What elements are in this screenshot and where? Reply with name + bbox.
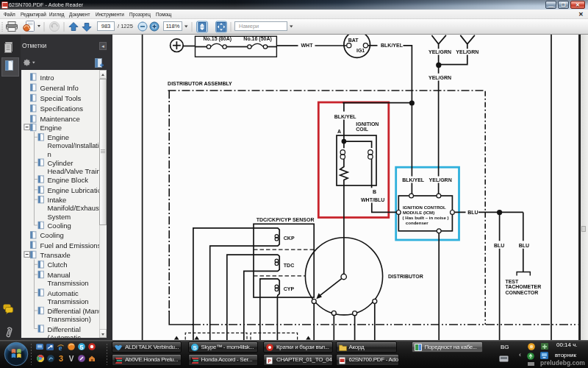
svg-text:YEL/GRN: YEL/GRN bbox=[429, 177, 452, 183]
svg-text:DISTRIBUTOR: DISTRIBUTOR bbox=[388, 274, 423, 279]
svg-text:No.15 (80A): No.15 (80A) bbox=[204, 36, 232, 42]
svg-text:COIL: COIL bbox=[356, 127, 368, 132]
svg-text:IGNITION: IGNITION bbox=[356, 121, 379, 127]
svg-text:YEL/GRN: YEL/GRN bbox=[429, 75, 451, 80]
svg-text:IG1: IG1 bbox=[356, 48, 365, 53]
svg-text:TEST: TEST bbox=[505, 279, 519, 284]
svg-text:CONNECTOR: CONNECTOR bbox=[505, 290, 538, 295]
svg-text:BLK/YEL: BLK/YEL bbox=[402, 177, 425, 183]
svg-text:YEL/GRN: YEL/GRN bbox=[429, 49, 451, 54]
svg-text:B: B bbox=[373, 189, 376, 194]
svg-text:CYP: CYP bbox=[284, 286, 295, 291]
svg-text:BLU: BLU bbox=[467, 210, 478, 215]
svg-text:3: 3 bbox=[59, 354, 63, 363]
svg-text:TDC: TDC bbox=[284, 263, 294, 268]
svg-text:BLU: BLU bbox=[494, 243, 504, 248]
svg-text:WHT/BLU: WHT/BLU bbox=[361, 197, 384, 202]
svg-text:5: 5 bbox=[79, 344, 83, 351]
svg-text:TACHOMETER: TACHOMETER bbox=[505, 284, 541, 289]
svg-text:TDC/CKP/CYP SENSOR: TDC/CKP/CYP SENSOR bbox=[257, 217, 315, 222]
svg-text:condenser: condenser bbox=[406, 220, 429, 225]
svg-text:DISTRIBUTOR ASSEMBLY: DISTRIBUTOR ASSEMBLY bbox=[168, 81, 232, 86]
svg-text:YEL/GRN: YEL/GRN bbox=[456, 49, 478, 54]
svg-text:A: A bbox=[337, 129, 341, 134]
svg-text:WHT: WHT bbox=[301, 43, 314, 48]
svg-text:BLU: BLU bbox=[519, 243, 529, 248]
svg-text:e: e bbox=[59, 343, 62, 352]
svg-text:BAT: BAT bbox=[348, 38, 359, 43]
svg-text:V: V bbox=[69, 355, 74, 363]
svg-text:CKP: CKP bbox=[284, 236, 295, 241]
svg-text:BLK/YEL: BLK/YEL bbox=[334, 114, 357, 119]
svg-text:No.16 (50A): No.16 (50A) bbox=[243, 36, 272, 42]
svg-text:BLK/YEL: BLK/YEL bbox=[381, 43, 404, 48]
